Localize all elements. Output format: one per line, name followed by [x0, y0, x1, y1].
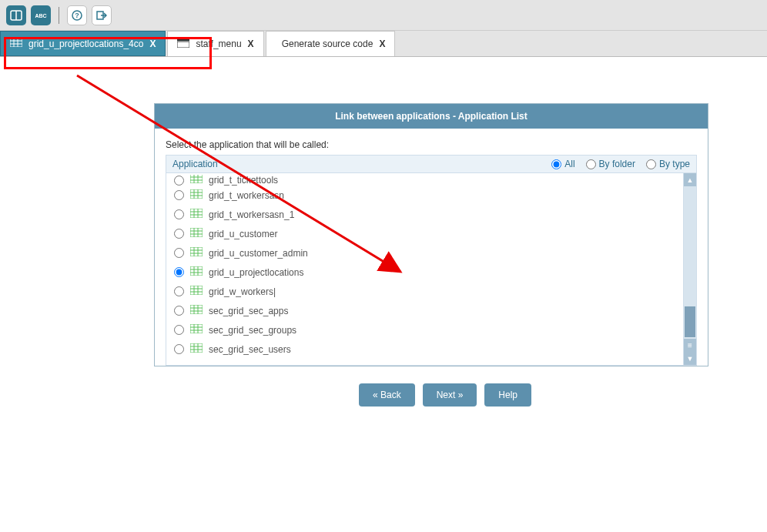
grid-icon: [190, 324, 203, 336]
list-item-label: sec_grid_sec_groups: [209, 325, 296, 336]
grid-icon: [190, 175, 203, 186]
list-item[interactable]: sec_grid_sec_groups: [166, 320, 683, 340]
grid-icon: [190, 343, 203, 355]
app-list-panel: Link between applications - Application …: [154, 103, 708, 366]
panel-prompt: Select the application that will be call…: [166, 139, 697, 150]
list-item[interactable]: sec_grid_sec_users: [166, 340, 683, 359]
list-item-label: sec_grid_sec_users: [209, 344, 291, 355]
list-item[interactable]: grid_u_projectlocations: [166, 263, 683, 282]
svg-rect-20: [190, 189, 203, 199]
list-item-radio[interactable]: [174, 229, 184, 239]
list-item-radio[interactable]: [174, 190, 184, 200]
tab-grid-u-projectlocations-4co[interactable]: grid_u_projectlocations_4coX: [0, 31, 166, 56]
scrollbar-track[interactable]: [684, 186, 696, 339]
scroll-down-icon[interactable]: ▼: [684, 352, 696, 365]
filter-all-label: All: [564, 159, 574, 169]
list-item-radio[interactable]: [174, 176, 184, 186]
tab-label: Generate source code: [282, 38, 373, 49]
svg-rect-50: [190, 305, 203, 314]
tab-staff-menu[interactable]: staff_menuX: [167, 31, 263, 56]
close-icon[interactable]: X: [379, 38, 385, 49]
list-item[interactable]: grid_t_workersasn: [166, 186, 683, 205]
filter-by-folder-label: By folder: [599, 159, 635, 169]
list-item-radio[interactable]: [174, 267, 184, 277]
close-icon[interactable]: X: [248, 38, 254, 49]
exit-icon[interactable]: [92, 5, 112, 25]
grid-icon: [190, 266, 203, 278]
filter-by-type[interactable]: By type: [646, 159, 690, 169]
list-item-label: grid_u_customer_admin: [209, 248, 308, 259]
list-scroll-area: grid_t_tickettoolsgrid_t_workersasngrid_…: [166, 173, 683, 365]
list-header: Application All By folder By type: [166, 155, 697, 173]
svg-rect-35: [190, 247, 203, 256]
list-item[interactable]: grid_t_workersasn_1: [166, 205, 683, 224]
grid-icon: [190, 286, 203, 297]
scrollbar-thumb[interactable]: [685, 306, 695, 337]
svg-rect-55: [190, 324, 203, 333]
scroll-up-icon[interactable]: ▲: [684, 173, 696, 186]
list-item-radio[interactable]: [174, 209, 184, 219]
svg-rect-12: [177, 38, 189, 41]
list-item-label: grid_t_workersasn_1: [209, 209, 294, 220]
svg-rect-40: [190, 266, 203, 276]
toolbar-separator: [59, 7, 59, 24]
svg-text:?: ?: [75, 12, 79, 19]
svg-rect-25: [190, 209, 203, 218]
tab-label: grid_u_projectlocations_4co: [28, 38, 143, 49]
book-icon[interactable]: [6, 5, 26, 25]
list-item-radio[interactable]: [174, 248, 184, 258]
list-item[interactable]: grid_u_customer: [166, 224, 683, 243]
filter-all[interactable]: All: [551, 159, 574, 169]
back-button[interactable]: « Back: [359, 383, 415, 407]
list-item-label: grid_w_workers|: [209, 286, 276, 297]
list-item-label: sec_grid_sec_apps: [209, 306, 288, 316]
filter-by-folder-radio[interactable]: [586, 159, 596, 169]
close-icon[interactable]: X: [149, 38, 156, 49]
svg-rect-30: [190, 228, 203, 237]
next-button[interactable]: Next »: [423, 383, 477, 407]
grid-icon: [190, 209, 203, 220]
button-bar: « Back Next » Help: [154, 366, 736, 423]
list-item[interactable]: grid_u_customer_admin: [166, 243, 683, 263]
list-item-radio[interactable]: [174, 286, 184, 296]
tab-label: staff_menu: [196, 38, 241, 49]
svg-text:ABC: ABC: [35, 13, 46, 18]
main-area: Link between applications - Application …: [0, 57, 767, 423]
list-filter-group: All By folder By type: [551, 159, 690, 169]
svg-rect-7: [10, 38, 22, 47]
grid-icon: [190, 247, 203, 259]
list-header-col-application: Application: [172, 159, 551, 169]
list-item[interactable]: grid_t_tickettools: [166, 175, 683, 186]
list-item-radio[interactable]: [174, 325, 184, 335]
svg-rect-15: [190, 175, 203, 183]
tab-generate-source-code[interactable]: Generate source codeX: [266, 31, 396, 56]
grid-icon: [190, 189, 203, 201]
scrollbar-menu-icon[interactable]: ≡: [684, 339, 696, 352]
list-item[interactable]: sec_grid_sec_apps: [166, 301, 683, 320]
grid-icon: [10, 38, 22, 49]
grid-icon: [190, 228, 203, 239]
filter-by-folder[interactable]: By folder: [586, 159, 635, 169]
abc-icon[interactable]: ABC: [31, 5, 51, 25]
list-item-label: grid_u_projectlocations: [209, 267, 303, 278]
help-icon[interactable]: ?: [67, 5, 87, 25]
menu-icon: [177, 38, 189, 50]
list-item-label: grid_t_tickettools: [209, 175, 278, 186]
svg-rect-45: [190, 286, 203, 295]
panel-title: Link between applications - Application …: [155, 104, 708, 129]
list-item-label: grid_u_customer: [209, 229, 277, 239]
svg-rect-13: [177, 42, 189, 48]
vertical-scrollbar[interactable]: ▲ ≡ ▼: [683, 173, 696, 365]
list-item-radio[interactable]: [174, 306, 184, 316]
top-toolbar: ABC ?: [0, 0, 767, 31]
filter-by-type-radio[interactable]: [646, 159, 656, 169]
list-item[interactable]: grid_w_workers|: [166, 282, 683, 301]
svg-rect-60: [190, 343, 203, 353]
help-button[interactable]: Help: [484, 383, 531, 407]
filter-by-type-label: By type: [659, 159, 690, 169]
list-item-label: grid_t_workersasn: [209, 190, 284, 201]
list-item-radio[interactable]: [174, 344, 184, 354]
filter-all-radio[interactable]: [551, 159, 561, 169]
grid-icon: [190, 305, 203, 316]
application-list: grid_t_tickettoolsgrid_t_workersasngrid_…: [166, 173, 697, 366]
